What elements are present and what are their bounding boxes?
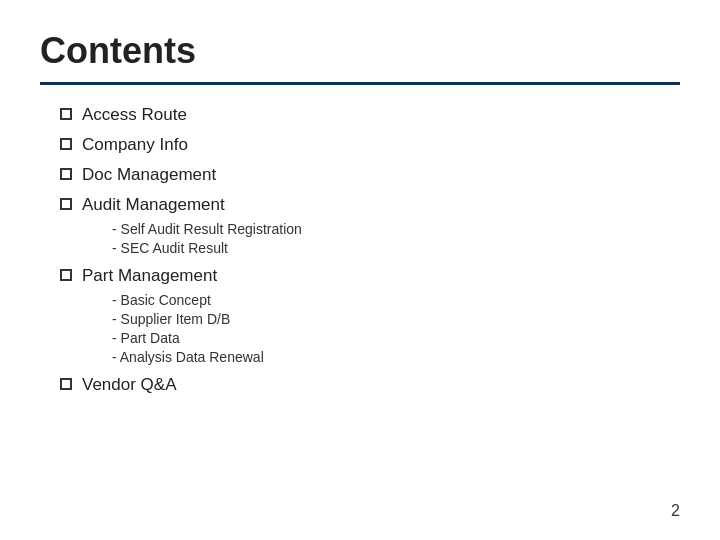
bullet-icon <box>60 269 72 281</box>
bullet-icon <box>60 168 72 180</box>
sub-items-audit: - Self Audit Result Registration - SEC A… <box>112 221 680 256</box>
list-item: Doc Management <box>60 165 680 185</box>
item-label: Vendor Q&A <box>82 375 177 395</box>
slide-title: Contents <box>40 30 680 72</box>
content-area: Access Route Company Info Doc Management… <box>40 105 680 395</box>
sub-item: - Basic Concept <box>112 292 680 308</box>
bullet-icon <box>60 198 72 210</box>
item-label: Audit Management <box>82 195 225 215</box>
page-number: 2 <box>671 502 680 520</box>
list-item: Access Route <box>60 105 680 125</box>
sub-items-part: - Basic Concept - Supplier Item D/B - Pa… <box>112 292 680 365</box>
item-label: Part Management <box>82 266 217 286</box>
item-label: Company Info <box>82 135 188 155</box>
list-item: Vendor Q&A <box>60 375 680 395</box>
item-label: Access Route <box>82 105 187 125</box>
item-label: Doc Management <box>82 165 216 185</box>
sub-item: - Analysis Data Renewal <box>112 349 680 365</box>
bullet-icon <box>60 138 72 150</box>
list-item: Company Info <box>60 135 680 155</box>
slide: Contents Access Route Company Info Doc M… <box>0 0 720 540</box>
bullet-icon <box>60 378 72 390</box>
list-item: Audit Management <box>60 195 680 215</box>
sub-item: - Part Data <box>112 330 680 346</box>
list-item: Part Management <box>60 266 680 286</box>
title-divider <box>40 82 680 85</box>
sub-item: - Self Audit Result Registration <box>112 221 680 237</box>
bullet-icon <box>60 108 72 120</box>
sub-item: - Supplier Item D/B <box>112 311 680 327</box>
sub-item: - SEC Audit Result <box>112 240 680 256</box>
